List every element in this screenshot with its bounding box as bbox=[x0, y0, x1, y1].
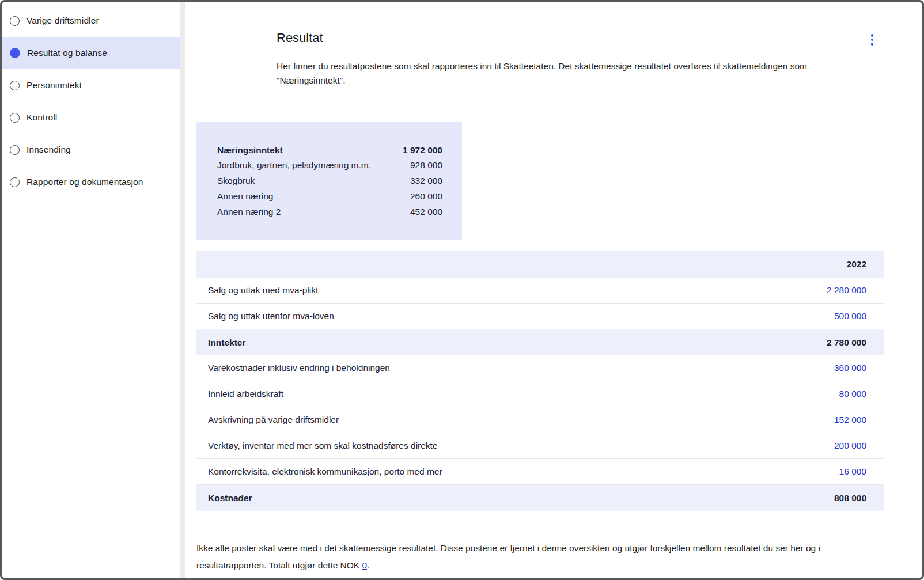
nok-difference-link[interactable]: 0 bbox=[362, 560, 367, 570]
summary-label: Næringsinntekt bbox=[217, 143, 283, 158]
page-title: Resultat bbox=[277, 31, 323, 46]
radio-unselected-icon bbox=[10, 16, 20, 26]
sidebar-item-label: Varige driftsmidler bbox=[26, 16, 99, 26]
sidebar-item-label: Resultat og balanse bbox=[27, 48, 107, 58]
table-header-row: 2022 bbox=[196, 251, 884, 278]
table-row: Kontorrekvisita, elektronisk kommunikasj… bbox=[196, 459, 884, 485]
result-table: 2022 Salg og uttak med mva-plikt 2 280 0… bbox=[196, 251, 884, 511]
summary-row: Jordbruk, gartneri, pelsdyrnæring m.m. 9… bbox=[217, 158, 442, 173]
year-column-header: 2022 bbox=[847, 259, 866, 270]
main-content: Resultat Her finner du resultatpostene s… bbox=[185, 2, 922, 578]
table-subtotal-row-inntekter: Inntekter 2 780 000 bbox=[196, 329, 884, 355]
summary-label: Annen næring 2 bbox=[217, 204, 281, 220]
sidebar-item-kontroll[interactable]: Kontroll bbox=[2, 101, 180, 134]
radio-unselected-icon bbox=[10, 145, 20, 155]
summary-label: Jordbruk, gartneri, pelsdyrnæring m.m. bbox=[217, 158, 371, 173]
row-label: Salg og uttak med mva-plikt bbox=[208, 285, 318, 295]
row-value-link[interactable]: 360 000 bbox=[834, 363, 866, 373]
radio-unselected-icon bbox=[10, 81, 20, 90]
row-label: Salg og uttak utenfor mva-loven bbox=[208, 311, 334, 321]
row-value-link[interactable]: 16 000 bbox=[839, 467, 866, 477]
row-value: 2 780 000 bbox=[827, 338, 866, 348]
summary-row: Næringsinntekt 1 972 000 bbox=[217, 143, 442, 158]
footer-text: Ikke alle poster skal være med i det ska… bbox=[196, 543, 820, 570]
row-label: Verktøy, inventar med mer som skal kostn… bbox=[208, 441, 438, 451]
row-value-link[interactable]: 152 000 bbox=[834, 415, 866, 425]
table-row: Verktøy, inventar med mer som skal kostn… bbox=[196, 433, 884, 459]
sidebar-divider bbox=[180, 2, 185, 578]
summary-label: Annen næring bbox=[217, 189, 273, 204]
table-row: Salg og uttak med mva-plikt 2 280 000 bbox=[196, 278, 884, 304]
row-label: Inntekter bbox=[208, 338, 245, 348]
sidebar-item-innsending[interactable]: Innsending bbox=[2, 134, 180, 166]
table-row: Varekostnader inklusiv endring i beholdn… bbox=[196, 355, 884, 381]
table-row: Salg og uttak utenfor mva-loven 500 000 bbox=[196, 304, 884, 329]
row-value-link[interactable]: 80 000 bbox=[839, 389, 866, 399]
app-window: { "sidebar": { "items": [ { "label": "Va… bbox=[0, 0, 924, 580]
row-label: Kostnader bbox=[208, 493, 252, 503]
summary-row: Skogbruk 332 000 bbox=[217, 173, 442, 189]
sidebar-item-varige-driftsmidler[interactable]: Varige driftsmidler bbox=[2, 5, 180, 37]
table-row: Innleid arbeidskraft 80 000 bbox=[196, 381, 884, 407]
step-sidebar: Varige driftsmidler Resultat og balanse … bbox=[2, 2, 180, 578]
kebab-menu-icon[interactable] bbox=[869, 32, 876, 48]
footer-text-end: . bbox=[367, 560, 369, 570]
radio-unselected-icon bbox=[10, 177, 20, 187]
page-description: Her finner du resultatpostene som skal r… bbox=[277, 59, 847, 88]
row-label: Innleid arbeidskraft bbox=[208, 389, 283, 399]
naeringsinntekt-summary-box: Næringsinntekt 1 972 000 Jordbruk, gartn… bbox=[196, 122, 462, 241]
summary-row: Annen næring 2 452 000 bbox=[217, 204, 442, 220]
sidebar-item-personinntekt[interactable]: Personinntekt bbox=[2, 69, 180, 101]
summary-value: 332 000 bbox=[410, 173, 442, 189]
summary-value: 1 972 000 bbox=[403, 143, 442, 158]
footer-divider bbox=[196, 532, 876, 532]
footer-note: Ikke alle poster skal være med i det ska… bbox=[196, 540, 876, 574]
sidebar-item-label: Rapporter og dokumentasjon bbox=[26, 177, 143, 187]
sidebar-item-resultat-og-balanse[interactable]: Resultat og balanse bbox=[2, 37, 180, 69]
row-value-link[interactable]: 500 000 bbox=[834, 311, 866, 321]
radio-selected-icon bbox=[10, 48, 20, 58]
summary-value: 260 000 bbox=[410, 189, 442, 204]
page-header: Resultat bbox=[277, 31, 876, 48]
table-subtotal-row-kostnader: Kostnader 808 000 bbox=[196, 485, 884, 511]
summary-value: 928 000 bbox=[410, 158, 442, 173]
sidebar-item-label: Innsending bbox=[26, 145, 71, 155]
row-label: Avskrivning på varige driftsmidler bbox=[208, 415, 339, 425]
sidebar-item-label: Kontroll bbox=[26, 112, 57, 123]
sidebar-item-rapporter-og-dokumentasjon[interactable]: Rapporter og dokumentasjon bbox=[2, 166, 180, 198]
row-value: 808 000 bbox=[834, 493, 866, 503]
radio-unselected-icon bbox=[10, 113, 20, 123]
sidebar-item-label: Personinntekt bbox=[26, 80, 82, 90]
table-row: Avskrivning på varige driftsmidler 152 0… bbox=[196, 407, 884, 433]
summary-value: 452 000 bbox=[410, 204, 442, 220]
summary-row: Annen næring 260 000 bbox=[217, 189, 442, 204]
row-value-link[interactable]: 200 000 bbox=[834, 441, 866, 451]
summary-label: Skogbruk bbox=[217, 173, 255, 189]
row-value-link[interactable]: 2 280 000 bbox=[827, 285, 866, 295]
row-label: Varekostnader inklusiv endring i beholdn… bbox=[208, 363, 390, 373]
row-label: Kontorrekvisita, elektronisk kommunikasj… bbox=[208, 467, 442, 477]
